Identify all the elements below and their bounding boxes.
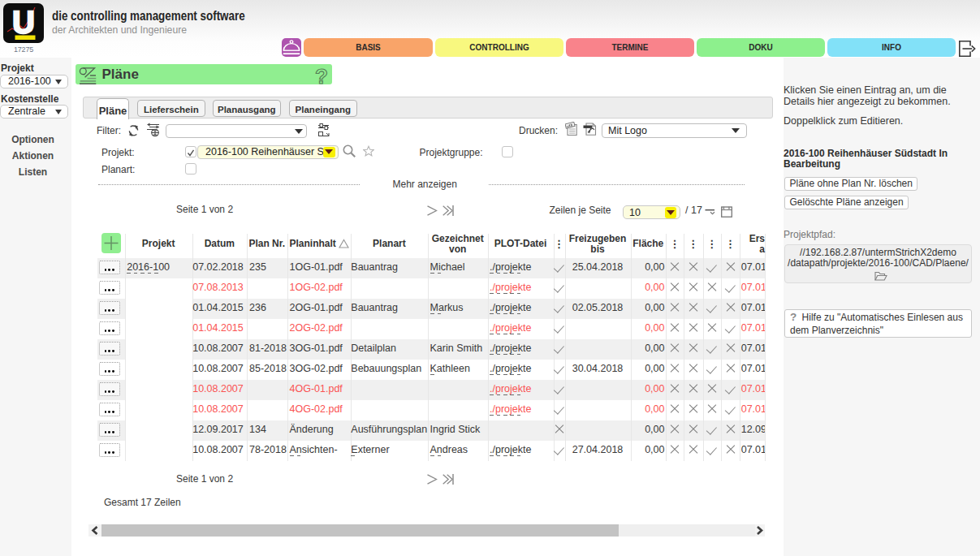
svg-text:?: ? (315, 64, 328, 84)
svg-text:U: U (12, 6, 34, 40)
